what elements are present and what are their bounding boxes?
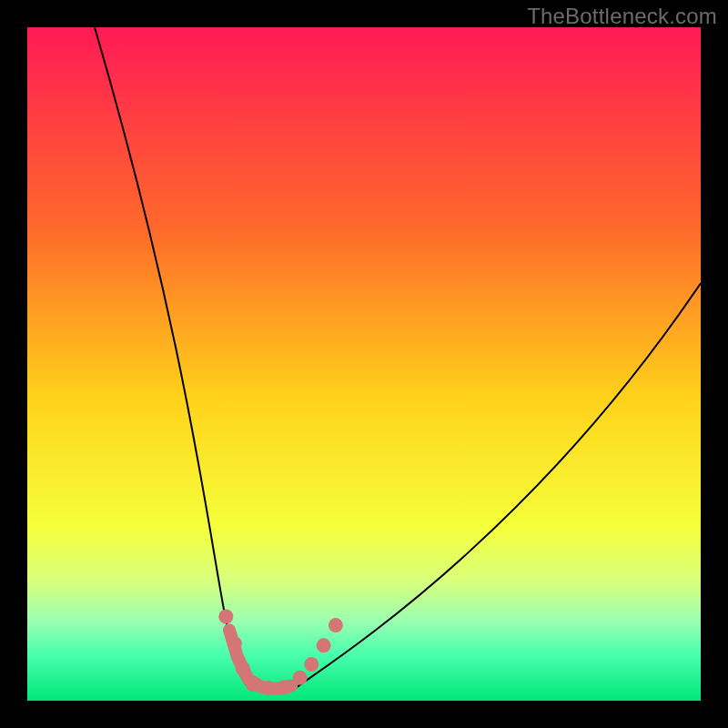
overlay-dot: [261, 681, 276, 695]
overlay-dot: [236, 661, 250, 675]
overlay-dot: [329, 618, 343, 632]
chart-frame: TheBottleneck.com: [0, 0, 728, 728]
overlay-dot: [304, 657, 318, 672]
chart-svg: [27, 27, 701, 701]
overlay-dot: [278, 680, 292, 694]
watermark-text: TheBottleneck.com: [527, 4, 717, 29]
overlay-dot: [218, 610, 233, 624]
overlay-dot: [317, 638, 331, 652]
overlay-dot: [228, 636, 242, 651]
overlay-dot: [293, 671, 308, 685]
plot-area: [27, 27, 701, 701]
gradient-background: [27, 27, 701, 701]
overlay-dot: [246, 677, 260, 692]
